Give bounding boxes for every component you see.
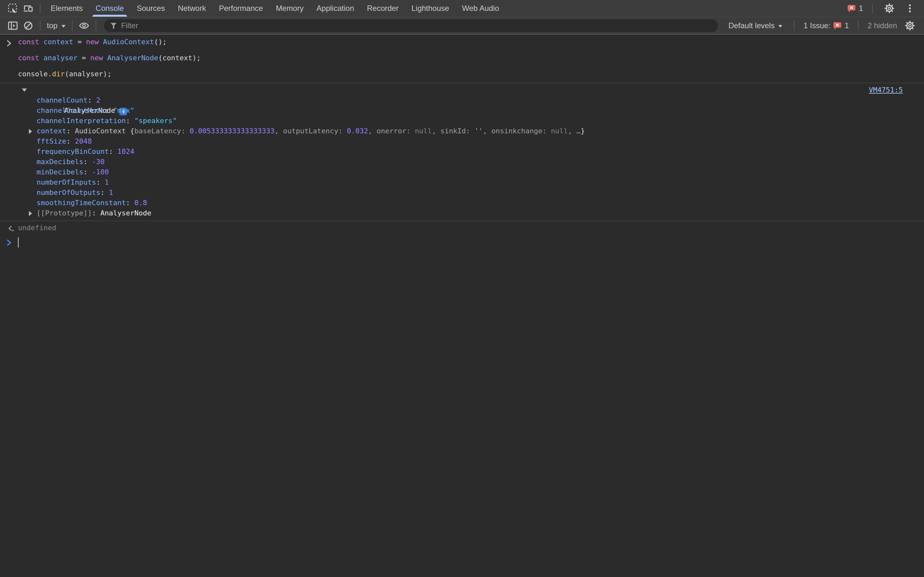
filter-input[interactable] bbox=[121, 21, 712, 30]
code-token: : bbox=[181, 127, 190, 135]
console-input-entry: const context = new AudioContext();const… bbox=[0, 35, 924, 82]
command-chevron-icon bbox=[6, 40, 11, 47]
code-token: , bbox=[432, 127, 441, 135]
tab-memory[interactable]: Memory bbox=[270, 0, 310, 17]
tab-application[interactable]: Application bbox=[310, 0, 360, 17]
property-name: minDecibels bbox=[37, 168, 83, 176]
clear-console-button[interactable] bbox=[23, 21, 33, 31]
issues-counter[interactable]: 1 Issue: 1 bbox=[803, 21, 849, 30]
code-token: null bbox=[415, 127, 432, 135]
console-filter-field[interactable] bbox=[103, 19, 718, 32]
code-token: -100 bbox=[92, 168, 109, 176]
property-row[interactable]: context: AudioContext {baseLatency: 0.00… bbox=[0, 126, 924, 136]
separator bbox=[40, 3, 40, 13]
device-toolbar-button[interactable] bbox=[23, 3, 33, 13]
property-name: channelInterpretation bbox=[37, 116, 126, 125]
console-settings-gear-icon bbox=[905, 21, 915, 31]
settings-gear-icon bbox=[884, 3, 895, 13]
tab-web-audio[interactable]: Web Audio bbox=[456, 0, 506, 17]
tab-recorder[interactable]: Recorder bbox=[360, 0, 405, 17]
code-token: console. bbox=[18, 70, 52, 78]
tab-label: Web Audio bbox=[462, 4, 499, 13]
code-token: 2 bbox=[96, 96, 100, 104]
more-options-button[interactable] bbox=[905, 3, 915, 13]
console-return-entry: undefined bbox=[0, 220, 924, 235]
expander-closed-icon[interactable] bbox=[29, 211, 32, 216]
code-token: AnalyserNode bbox=[107, 54, 158, 62]
property-colon: : bbox=[87, 96, 96, 104]
separator bbox=[71, 21, 72, 31]
property-name: fftSize bbox=[37, 137, 66, 145]
code-token: onerror bbox=[376, 127, 407, 135]
property-row: channelCount: 2 bbox=[0, 95, 924, 105]
tab-label: Recorder bbox=[367, 4, 399, 13]
tab-console[interactable]: Console bbox=[89, 0, 130, 17]
active-tab-underline bbox=[92, 15, 127, 17]
tab-strip: ElementsConsoleSourcesNetworkPerformance… bbox=[44, 0, 506, 17]
code-token: const bbox=[18, 54, 44, 62]
code-token: dir bbox=[52, 70, 65, 78]
text-cursor bbox=[18, 237, 19, 247]
property-colon: : bbox=[83, 168, 92, 176]
code-token: 1 bbox=[105, 178, 109, 186]
console-prompt-row[interactable] bbox=[0, 237, 924, 247]
tab-label: Memory bbox=[276, 4, 304, 13]
error-count: 1 bbox=[859, 4, 863, 13]
tab-lighthouse[interactable]: Lighthouse bbox=[405, 0, 455, 17]
return-value-text: undefined bbox=[18, 223, 56, 232]
show-console-sidebar-button[interactable] bbox=[8, 21, 18, 31]
console-prompt-entry[interactable] bbox=[0, 235, 924, 249]
expander-closed-icon[interactable] bbox=[29, 129, 32, 134]
console-messages-area[interactable]: const context = new AudioContext();const… bbox=[0, 35, 924, 249]
chevron-down-icon bbox=[779, 25, 782, 27]
tab-label: Lighthouse bbox=[411, 4, 449, 13]
code-token: 0.8 bbox=[134, 198, 147, 207]
tab-performance[interactable]: Performance bbox=[212, 0, 269, 17]
code-token: 1024 bbox=[118, 147, 134, 155]
console-toolbar-right: Default levels 1 Issue: 1 2 hidden bbox=[726, 21, 924, 31]
devtools-tab-bar: ElementsConsoleSourcesNetworkPerformance… bbox=[0, 0, 924, 17]
input-code-line bbox=[18, 63, 924, 71]
separator bbox=[794, 21, 795, 31]
console-errors-counter[interactable]: 1 bbox=[847, 4, 863, 13]
object-header-row[interactable]: AnalyserNodei VM4751:5 bbox=[0, 85, 924, 95]
property-row[interactable]: [[Prototype]]: AnalyserNode bbox=[0, 208, 924, 218]
chevron-down-icon bbox=[61, 25, 65, 27]
prompt-chevron-icon bbox=[6, 239, 11, 246]
code-token: 1 bbox=[109, 188, 113, 197]
code-token: null bbox=[551, 127, 568, 135]
code-token: , bbox=[483, 127, 491, 135]
clear-console-icon bbox=[23, 21, 33, 31]
property-row: minDecibels: -100 bbox=[0, 167, 924, 177]
console-settings-button[interactable] bbox=[905, 21, 915, 31]
input-code-line: console.dir(analyser); bbox=[18, 71, 924, 79]
property-name: numberOfOutputs bbox=[37, 188, 100, 197]
inspect-element-button[interactable] bbox=[8, 3, 18, 13]
property-row: numberOfInputs: 1 bbox=[0, 177, 924, 187]
property-colon: : bbox=[126, 116, 134, 125]
property-row: channelCountMode: "max" bbox=[0, 105, 924, 116]
javascript-context-selector[interactable]: top bbox=[44, 21, 68, 30]
code-token: (analyser); bbox=[65, 70, 111, 78]
property-colon: : bbox=[100, 188, 109, 197]
code-token: (context); bbox=[158, 54, 200, 62]
code-token: baseLatency bbox=[134, 127, 181, 135]
source-location-link[interactable]: VM4751:5 bbox=[869, 85, 903, 95]
property-colon: : bbox=[66, 137, 75, 145]
create-live-expression-button[interactable] bbox=[79, 21, 89, 31]
tab-label: Network bbox=[178, 4, 206, 13]
tab-label: Elements bbox=[51, 4, 83, 13]
issues-count: 1 bbox=[845, 21, 849, 30]
property-name: maxDecibels bbox=[37, 157, 83, 166]
tab-label: Application bbox=[317, 4, 354, 13]
code-token: 0.032 bbox=[347, 127, 368, 135]
log-levels-dropdown[interactable]: Default levels bbox=[726, 21, 785, 30]
live-expression-eye-icon bbox=[79, 21, 89, 31]
tab-elements[interactable]: Elements bbox=[44, 0, 89, 17]
code-token: , bbox=[368, 127, 376, 135]
expander-open-icon[interactable] bbox=[22, 89, 27, 92]
tab-network[interactable]: Network bbox=[171, 0, 212, 17]
tab-sources[interactable]: Sources bbox=[130, 0, 171, 17]
console-output-entry: AnalyserNodei VM4751:5 channelCount: 2ch… bbox=[0, 82, 924, 220]
settings-button[interactable] bbox=[884, 3, 895, 13]
